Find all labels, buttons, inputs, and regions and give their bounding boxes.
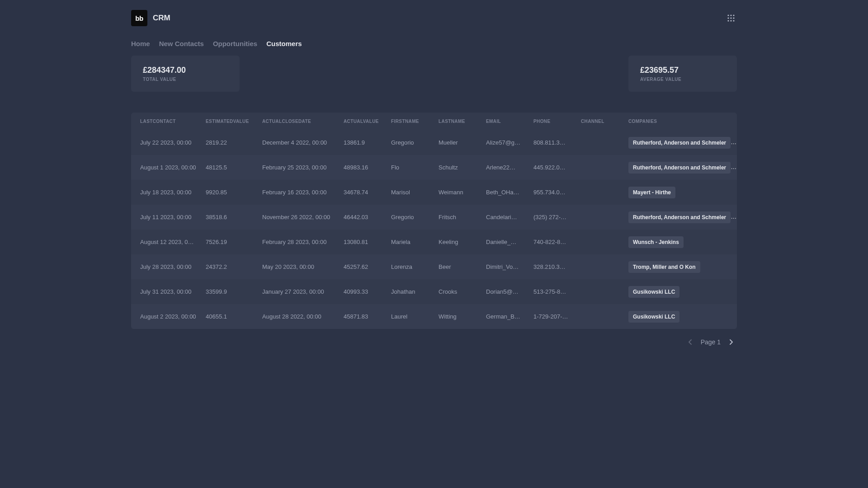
cell-lastname: Crooks bbox=[434, 279, 481, 304]
cell-firstname: Marisol bbox=[387, 180, 434, 205]
nav-new-contacts[interactable]: New Contacts bbox=[159, 40, 204, 47]
cell-estimatedvalue: 7526.19 bbox=[201, 230, 258, 254]
col-channel[interactable]: CHANNEL bbox=[576, 113, 624, 130]
cell-lastcontact: July 11 2023, 00:00 bbox=[131, 205, 201, 230]
company-tag[interactable]: Rutherford, Anderson and Schmeler bbox=[628, 211, 731, 223]
table-row[interactable]: August 1 2023, 00:0048125.5February 25 2… bbox=[131, 155, 737, 180]
cell-companies: Tromp, Miller and O Kon bbox=[624, 254, 737, 279]
col-lastcontact[interactable]: LASTCONTACT bbox=[131, 113, 201, 130]
cell-companies: Gusikowski LLC bbox=[624, 304, 737, 329]
cell-estimatedvalue: 9920.85 bbox=[201, 180, 258, 205]
cell-actualvalue: 13861.9 bbox=[339, 130, 387, 155]
cell-firstname: Gregorio bbox=[387, 130, 434, 155]
cell-phone: 955.734.0… bbox=[529, 180, 576, 205]
company-tag[interactable]: Gusikowski LLC bbox=[628, 311, 679, 323]
company-tag[interactable]: Mayert - Hirthe bbox=[628, 187, 675, 198]
customers-table: LASTCONTACT ESTIMATEDVALUE ACTUALCLOSEDA… bbox=[131, 113, 737, 329]
cell-companies: Gusikowski LLC bbox=[624, 279, 737, 304]
cell-lastcontact: July 22 2023, 00:00 bbox=[131, 130, 201, 155]
cell-email: Beth_OHa… bbox=[481, 180, 529, 205]
cell-phone: 445.922.0… bbox=[529, 155, 576, 180]
cell-firstname: Gregorio bbox=[387, 205, 434, 230]
company-tag[interactable]: Rutherford, Anderson and Schmeler bbox=[628, 162, 731, 174]
col-phone[interactable]: PHONE bbox=[529, 113, 576, 130]
table-row[interactable]: August 12 2023, 00:007526.19February 28 … bbox=[131, 230, 737, 254]
cell-actualvalue: 46442.03 bbox=[339, 205, 387, 230]
stat-card-average: £23695.57 AVERAGE VALUE bbox=[628, 56, 737, 92]
stats-row: £284347.00 TOTAL VALUE £23695.57 AVERAGE… bbox=[131, 56, 737, 113]
svg-point-6 bbox=[727, 20, 729, 21]
company-tag[interactable]: Wunsch - Jenkins bbox=[628, 236, 684, 248]
cell-phone: 328.210.3… bbox=[529, 254, 576, 279]
cell-email: German_B… bbox=[481, 304, 529, 329]
cell-email: Arlene22… bbox=[481, 155, 529, 180]
company-tag[interactable]: Tromp, Miller and O Kon bbox=[628, 261, 700, 273]
cell-phone: 740-822-8… bbox=[529, 230, 576, 254]
cell-lastname: Beer bbox=[434, 254, 481, 279]
col-actualvalue[interactable]: ACTUALVALUE bbox=[339, 113, 387, 130]
cell-actualclosedate: December 4 2022, 00:00 bbox=[258, 130, 339, 155]
cell-actualclosedate: May 20 2023, 00:00 bbox=[258, 254, 339, 279]
table-header-row: LASTCONTACT ESTIMATEDVALUE ACTUALCLOSEDA… bbox=[131, 113, 737, 130]
apps-grid-icon[interactable] bbox=[725, 12, 737, 24]
col-firstname[interactable]: FIRSTNAME bbox=[387, 113, 434, 130]
company-tag[interactable]: Rutherford, Anderson and Schmeler bbox=[628, 137, 731, 149]
pager-next-icon[interactable] bbox=[727, 337, 735, 347]
nav-customers[interactable]: Customers bbox=[266, 40, 302, 47]
header-bar: bb CRM bbox=[131, 0, 737, 26]
cell-actualvalue: 34678.74 bbox=[339, 180, 387, 205]
app-name: CRM bbox=[153, 14, 170, 23]
table-row[interactable]: July 28 2023, 00:0024372.2May 20 2023, 0… bbox=[131, 254, 737, 279]
svg-point-0 bbox=[727, 14, 729, 16]
stat-card-total: £284347.00 TOTAL VALUE bbox=[131, 56, 240, 92]
cell-actualclosedate: November 26 2022, 00:00 bbox=[258, 205, 339, 230]
cell-estimatedvalue: 2819.22 bbox=[201, 130, 258, 155]
cell-channel bbox=[576, 230, 624, 254]
cell-lastname: Keeling bbox=[434, 230, 481, 254]
col-estimatedvalue[interactable]: ESTIMATEDVALUE bbox=[201, 113, 258, 130]
cell-actualclosedate: February 16 2023, 00:00 bbox=[258, 180, 339, 205]
stat-total-label: TOTAL VALUE bbox=[143, 77, 228, 82]
table-row[interactable]: July 22 2023, 00:002819.22December 4 202… bbox=[131, 130, 737, 155]
cell-actualclosedate: February 25 2023, 00:00 bbox=[258, 155, 339, 180]
col-email[interactable]: EMAIL bbox=[481, 113, 529, 130]
cell-channel bbox=[576, 180, 624, 205]
col-lastname[interactable]: LASTNAME bbox=[434, 113, 481, 130]
cell-email: Dorian5@… bbox=[481, 279, 529, 304]
stat-total-value: £284347.00 bbox=[143, 66, 228, 75]
cell-firstname: Laurel bbox=[387, 304, 434, 329]
cell-email: Alize57@g… bbox=[481, 130, 529, 155]
app-logo: bb bbox=[131, 10, 147, 26]
nav-opportunities[interactable]: Opportunities bbox=[213, 40, 257, 47]
cell-estimatedvalue: 33599.9 bbox=[201, 279, 258, 304]
cell-lastname: Weimann bbox=[434, 180, 481, 205]
cell-channel bbox=[576, 279, 624, 304]
cell-phone: (325) 272-… bbox=[529, 205, 576, 230]
cell-lastcontact: August 2 2023, 00:00 bbox=[131, 304, 201, 329]
cell-actualclosedate: August 28 2022, 00:00 bbox=[258, 304, 339, 329]
col-actualclosedate[interactable]: ACTUALCLOSEDATE bbox=[258, 113, 339, 130]
cell-lastcontact: August 12 2023, 00:00 bbox=[131, 230, 201, 254]
cell-lastname: Fritsch bbox=[434, 205, 481, 230]
table-row[interactable]: July 11 2023, 00:0038518.6November 26 20… bbox=[131, 205, 737, 230]
cell-actualvalue: 48983.16 bbox=[339, 155, 387, 180]
table-row[interactable]: July 18 2023, 00:009920.85February 16 20… bbox=[131, 180, 737, 205]
cell-estimatedvalue: 24372.2 bbox=[201, 254, 258, 279]
svg-point-2 bbox=[733, 14, 734, 16]
table-row[interactable]: August 2 2023, 00:0040655.1August 28 202… bbox=[131, 304, 737, 329]
company-tag[interactable]: Gusikowski LLC bbox=[628, 286, 679, 298]
cell-estimatedvalue: 48125.5 bbox=[201, 155, 258, 180]
cell-email: Danielle_… bbox=[481, 230, 529, 254]
cell-actualclosedate: February 28 2023, 00:00 bbox=[258, 230, 339, 254]
svg-point-8 bbox=[733, 20, 734, 21]
table-row[interactable]: July 31 2023, 00:0033599.9January 27 202… bbox=[131, 279, 737, 304]
col-companies[interactable]: COMPANIES bbox=[624, 113, 737, 130]
cell-phone: 1-729-207-… bbox=[529, 304, 576, 329]
cell-phone: 513-275-8… bbox=[529, 279, 576, 304]
cell-email: Dimitri_Vo… bbox=[481, 254, 529, 279]
cell-lastname: Witting bbox=[434, 304, 481, 329]
nav-home[interactable]: Home bbox=[131, 40, 150, 47]
stat-average-value: £23695.57 bbox=[640, 66, 725, 75]
pager-prev-icon[interactable] bbox=[686, 337, 694, 347]
svg-point-4 bbox=[730, 17, 731, 19]
